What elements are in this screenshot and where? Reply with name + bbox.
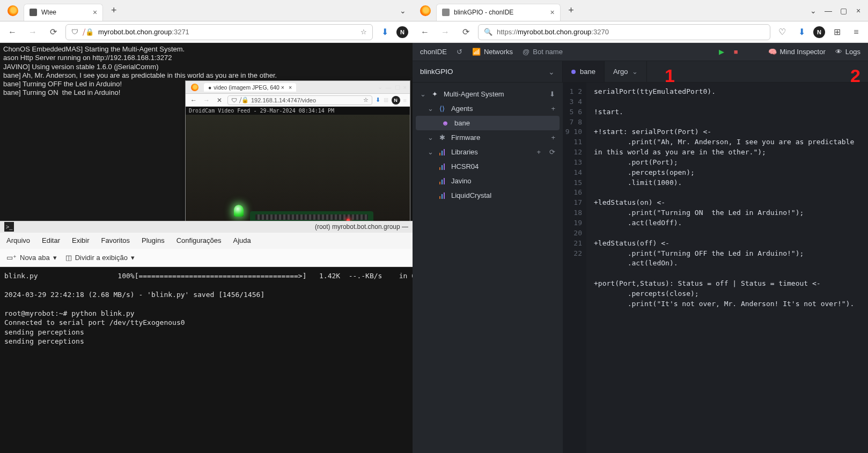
left-address-bar: ← → ⟳ 🛡 ⧸🔒 myrobot.bot.chon.group:3271 ☆…	[0, 21, 413, 43]
chevron-down-icon: ▾	[131, 254, 135, 262]
logs-button[interactable]: 👁Logs	[835, 48, 860, 56]
libraries-icon	[438, 148, 446, 156]
tab-bane-label: bane	[580, 68, 595, 76]
stop-button[interactable]: ■	[734, 48, 738, 56]
camera-feed	[186, 115, 410, 221]
reload-button[interactable]: ⟳	[458, 24, 474, 40]
close-icon[interactable]: ×	[289, 84, 292, 91]
split-view-button[interactable]: ◫ Dividir a exibição ▾	[65, 254, 135, 262]
sidebar-item-mas[interactable]: ⌄ ✦ Multi-Agent System ⬇	[413, 87, 563, 101]
back-button[interactable]: ←	[4, 24, 20, 40]
close-icon[interactable]: ×	[93, 8, 97, 17]
tabs-dropdown-icon[interactable]: ⌄	[806, 3, 821, 18]
forward-button[interactable]: →	[437, 24, 453, 40]
minimize-icon[interactable]: —	[821, 3, 836, 18]
download-icon[interactable]: ⬇	[549, 90, 555, 98]
sidebar-item-bane[interactable]: ☻ bane	[416, 116, 560, 130]
download-icon[interactable]: ⬇	[377, 25, 392, 40]
tabs-dropdown-icon[interactable]: ⌄	[378, 84, 382, 91]
sidebar-item-libraries[interactable]: ⌄ Libraries + ⟳	[413, 145, 563, 159]
menu-exibir[interactable]: Exibir	[72, 236, 90, 244]
firmware-icon: ✱	[438, 134, 446, 142]
code-content[interactable]: serialPort(ttyEmulatedPort0). !start. +!…	[586, 83, 868, 453]
new-tab-label: Nova aba	[20, 254, 50, 262]
tab-argo[interactable]: Argo ⌄	[605, 61, 647, 82]
new-tab-button[interactable]: +	[564, 3, 579, 18]
add-icon[interactable]: +	[536, 148, 541, 156]
line-gutter: 1 2 3 4 5 6 7 8 9 10 11 12 13 14 15 16 1…	[563, 83, 586, 453]
app-menu-icon[interactable]: ≡	[403, 97, 407, 103]
chevron-down-icon: ⌄	[632, 68, 638, 76]
forward-button[interactable]: →	[202, 95, 211, 105]
minimize-icon[interactable]: —	[386, 84, 392, 91]
right-tab-bar: blinkGPIO - chonIDE × + ⌄ — ▢ ×	[413, 0, 868, 21]
bottom-terminal[interactable]: blink.py 100%[==========================…	[0, 267, 413, 454]
menu-ajuda[interactable]: Ajuda	[233, 236, 251, 244]
refresh-icon[interactable]: ⟳	[549, 148, 555, 156]
star-icon[interactable]: ☆	[363, 96, 369, 103]
close-window-icon[interactable]: ×	[851, 3, 866, 18]
menu-plugins[interactable]: Plugins	[142, 236, 165, 244]
add-icon[interactable]: +	[551, 105, 555, 113]
download-icon[interactable]: ⬇	[376, 96, 380, 103]
account-icon[interactable]: N	[396, 26, 408, 38]
chevron-down-icon: ▾	[53, 254, 57, 262]
sidebar-item-lib-hcsr04[interactable]: HCSR04	[413, 159, 563, 174]
star-icon[interactable]: ☆	[361, 28, 367, 36]
url-input[interactable]: 🔍 https://myrobot.bot.chon.group:3270	[478, 24, 770, 40]
sidebar-item-lib-liquidcrystal[interactable]: LiquidCrystal	[413, 188, 563, 203]
project-selector[interactable]: blinkGPIO ⌄	[413, 61, 563, 82]
account-icon[interactable]: N	[392, 96, 400, 105]
menu-favoritos[interactable]: Favoritos	[101, 236, 130, 244]
video-tab[interactable]: ● video (imagem JPEG, 640 × ×	[204, 83, 296, 92]
botname-button[interactable]: @Bot name	[523, 48, 563, 56]
download-icon[interactable]: ⬇	[794, 25, 809, 40]
left-browser-tab[interactable]: Wtee ×	[24, 4, 103, 21]
right-browser-tab[interactable]: blinkGPIO - chonIDE ×	[436, 4, 561, 21]
undo-icon[interactable]: ↺	[457, 48, 462, 56]
menu-config[interactable]: Configurações	[176, 236, 222, 244]
networks-button[interactable]: 📶Networks	[472, 48, 513, 56]
lock-slash-icon: ⧸🔒	[83, 28, 94, 36]
brain-icon: 🧠	[768, 48, 777, 56]
search-icon: 🔍	[484, 28, 492, 36]
reload-button[interactable]: ⟳	[45, 24, 61, 40]
menu-editar[interactable]: Editar	[42, 236, 60, 244]
add-icon[interactable]: +	[551, 133, 555, 142]
new-tab-button[interactable]: ▭⁺ Nova aba ▾	[6, 254, 57, 262]
forward-button[interactable]: →	[25, 24, 41, 40]
app-menu-icon[interactable]: ≡	[849, 25, 864, 40]
extensions-icon[interactable]: ⊞	[829, 25, 844, 40]
lib-label: LiquidCrystal	[451, 191, 491, 199]
close-icon[interactable]: ×	[550, 8, 554, 17]
maximize-icon[interactable]: ▢	[836, 3, 851, 18]
sidebar-item-firmware[interactable]: ⌄ ✱ Firmware +	[413, 130, 563, 145]
mind-inspector-button[interactable]: 🧠Mind Inspector	[768, 48, 826, 56]
text-editor-menu: Arquivo Editar Exibir Favoritos Plugins …	[0, 233, 413, 249]
code-editor[interactable]: 1 2 3 4 5 6 7 8 9 10 11 12 13 14 15 16 1…	[563, 83, 868, 453]
new-tab-button[interactable]: +	[106, 3, 121, 18]
extensions-icon[interactable]: ⊞	[384, 96, 388, 103]
back-button[interactable]: ←	[417, 24, 433, 40]
right-address-bar: ← → ⟳ 🔍 https://myrobot.bot.chon.group:3…	[413, 21, 868, 43]
back-button[interactable]: ←	[189, 95, 198, 105]
sidebar-item-agents[interactable]: ⌄ ⟨⟩ Agents +	[413, 101, 563, 116]
reader-icon[interactable]: ♡	[775, 25, 790, 40]
url-input[interactable]: 🛡 ⧸🔒 myrobot.bot.chon.group:3271 ☆	[65, 24, 373, 40]
tab-bane[interactable]: bane	[563, 61, 605, 82]
video-url-input[interactable]: 🛡 ⧸🔒 192.168.1.14:4747/video ☆	[227, 95, 372, 105]
wtee-terminal-area: ChonOS EmbeddedMAS] Starting the Multi-A…	[0, 43, 413, 221]
close-window-icon[interactable]: ×	[403, 84, 407, 91]
tabs-dropdown-icon[interactable]: ⌄	[395, 3, 410, 18]
maximize-icon[interactable]: ▢	[395, 84, 400, 91]
stop-button[interactable]: ✕	[215, 95, 224, 105]
sidebar-item-lib-javino[interactable]: Javino	[413, 174, 563, 188]
account-icon[interactable]: N	[813, 26, 825, 38]
menu-arquivo[interactable]: Arquivo	[6, 236, 30, 244]
project-name: blinkGPIO	[420, 68, 453, 76]
firefox-icon	[8, 5, 18, 16]
terminal-icon[interactable]: >_	[4, 222, 14, 232]
run-button[interactable]: ▶	[719, 48, 724, 56]
floating-video-window[interactable]: ● video (imagem JPEG, 640 × × ⌄ — ▢ × ← …	[185, 80, 410, 221]
tab-title: Wtee	[41, 9, 56, 16]
